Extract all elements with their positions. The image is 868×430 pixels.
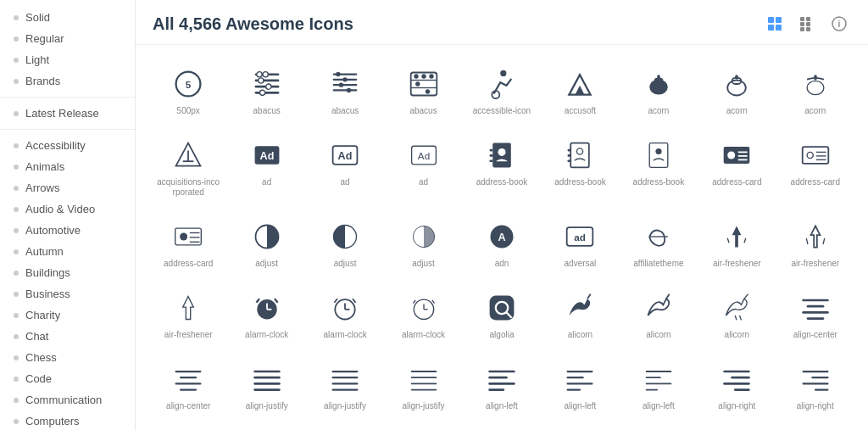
icon-cell-adjust2[interactable]: adjust xyxy=(309,211,381,276)
sidebar-item-animals[interactable]: Animals xyxy=(0,156,135,177)
sidebar-item-buildings[interactable]: Buildings xyxy=(0,262,135,283)
icon-cell-addressbook1[interactable]: address-book xyxy=(466,130,537,204)
icon-label: address-card xyxy=(791,177,840,187)
icon-cell-abacus3[interactable]: abacus xyxy=(387,59,459,123)
sidebar-item-regular[interactable]: Regular xyxy=(0,28,135,49)
icon-cell-ad3[interactable]: Ad ad xyxy=(387,130,459,204)
icon-cell-acorn3[interactable]: acorn xyxy=(780,59,851,123)
accessible-icon xyxy=(485,67,519,101)
svg-point-22 xyxy=(259,90,264,95)
icon-cell-acquisitions[interactable]: acquisitions-incorporated xyxy=(153,130,224,204)
svg-rect-63 xyxy=(490,154,493,157)
icon-cell-alignleft2[interactable]: align-left xyxy=(544,354,615,418)
icon-cell-alignleft1[interactable]: align-left xyxy=(466,354,537,418)
sidebar-item-chat[interactable]: Chat xyxy=(0,326,135,347)
icon-cell-amazon[interactable]: a amazon xyxy=(623,425,694,430)
sidebar-item-charity[interactable]: Charity xyxy=(0,304,135,326)
icon-cell-adjust1[interactable]: adjust xyxy=(231,211,302,276)
icon-cell-airfreshener2[interactable]: air-freshener xyxy=(780,211,851,276)
icon-cell-airfreshener1[interactable]: air-freshener xyxy=(701,211,772,276)
sidebar-item-computers[interactable]: Computers xyxy=(0,410,135,430)
svg-rect-62 xyxy=(490,149,493,152)
icon-label: address-book xyxy=(633,177,685,187)
icon-cell-acorn2[interactable]: acorn xyxy=(701,59,772,123)
icon-cell-ambulance[interactable]: ambulance xyxy=(780,425,851,430)
sidebar-item-code[interactable]: Code xyxy=(0,368,135,389)
icon-cell-alicorn1[interactable]: alicorn xyxy=(544,282,615,347)
svg-point-34 xyxy=(414,74,418,78)
icon-cell-alignright2[interactable]: align-right xyxy=(780,354,851,418)
icon-cell-aligncenter1[interactable]: align-center xyxy=(780,282,851,347)
icon-cell-algolia[interactable]: algolia xyxy=(466,282,537,347)
icon-cell-alicorn3[interactable]: alicorn xyxy=(701,282,772,347)
icon-cell-addresscard1[interactable]: address-card xyxy=(701,130,772,204)
icon-cell-addressbook3[interactable]: address-book xyxy=(623,130,694,204)
svg-point-30 xyxy=(347,88,351,92)
icon-cell-addresscard2[interactable]: address-card xyxy=(780,130,851,204)
svg-rect-4 xyxy=(800,17,804,21)
icon-cell-adn[interactable]: A adn xyxy=(466,211,537,276)
sidebar-item-latest-release[interactable]: Latest Release xyxy=(0,103,135,124)
sidebar-item-brands[interactable]: Brands xyxy=(0,70,135,92)
svg-rect-1 xyxy=(776,17,782,23)
svg-line-100 xyxy=(823,238,825,244)
sidebar-item-label: Chat xyxy=(25,330,48,343)
icon-cell-airfreshener3[interactable]: air-freshener xyxy=(153,282,224,347)
icon-cell-addressbook2[interactable]: address-book xyxy=(544,130,615,204)
svg-point-83 xyxy=(180,233,187,241)
icon-cell-alicorn2[interactable]: alicorn xyxy=(623,282,694,347)
svg-text:i: i xyxy=(838,20,841,29)
align-left2-icon xyxy=(563,362,597,396)
icon-cell-acorn1[interactable]: acorn xyxy=(623,59,694,123)
icon-cell-amazonpay[interactable]: pay amazon-pay xyxy=(701,425,772,430)
svg-rect-5 xyxy=(806,17,810,21)
sidebar-item-business[interactable]: Business xyxy=(0,283,135,304)
icon-cell-allergies2[interactable]: allergies xyxy=(466,425,537,430)
icon-cell-addresscard3[interactable]: address-card xyxy=(153,211,224,276)
svg-marker-95 xyxy=(732,226,742,247)
icon-cell-ad2[interactable]: Ad ad xyxy=(309,130,381,204)
sidebar-item-accessibility[interactable]: Accessibility xyxy=(0,135,135,156)
sidebar-item-automotive[interactable]: Automotive xyxy=(0,220,135,241)
sidebar-item-light[interactable]: Light xyxy=(0,49,135,70)
icon-cell-aligncenter2[interactable]: align-center xyxy=(153,354,224,418)
icon-cell-alignright3[interactable]: align-right xyxy=(153,425,224,430)
icon-cell-alarmclock2[interactable]: alarm-clock xyxy=(309,282,381,347)
icon-cell-alignjustify1[interactable]: align-justify xyxy=(231,354,302,418)
sidebar-item-chess[interactable]: Chess xyxy=(0,347,135,368)
icon-cell-abacus1[interactable]: abacus xyxy=(231,59,302,123)
icon-cell-alignjustify2[interactable]: align-justify xyxy=(309,354,381,418)
icon-cell-alarmclock1[interactable]: alarm-clock xyxy=(231,282,302,347)
icon-cell-adversal[interactable]: ad adversal xyxy=(544,211,615,276)
icon-cell-accusoft[interactable]: accusoft xyxy=(544,59,615,123)
icon-cell-500px[interactable]: 5 500px xyxy=(153,59,224,123)
acorn3-icon xyxy=(798,67,832,101)
svg-point-49 xyxy=(807,81,824,94)
icon-cell-alignright4[interactable]: align-right xyxy=(231,425,302,430)
sidebar-item-arrows[interactable]: Arrows xyxy=(0,177,135,198)
grid-view-button[interactable] xyxy=(763,12,787,36)
list-view-button[interactable] xyxy=(795,12,819,36)
icon-cell-adjust3[interactable]: adjust xyxy=(387,211,459,276)
icon-cell-allergies1[interactable]: allergies xyxy=(387,425,459,430)
svg-rect-77 xyxy=(802,147,828,164)
icon-cell-alarmclock3[interactable]: alarm-clock xyxy=(387,282,459,347)
icon-cell-allergies3[interactable]: allergies xyxy=(544,425,615,430)
align-center2-icon xyxy=(171,362,205,396)
icon-cell-alipay[interactable]: alipay xyxy=(309,425,381,430)
icon-cell-alignleft3[interactable]: align-left xyxy=(623,354,694,418)
icon-cell-alignjustify3[interactable]: align-justify xyxy=(387,354,459,418)
sidebar-item-communication[interactable]: Communication xyxy=(0,389,135,410)
sidebar-item-solid[interactable]: Solid xyxy=(0,7,135,28)
icon-cell-accessible[interactable]: accessible-icon xyxy=(466,59,537,123)
sidebar-item-audio-video[interactable]: Audio & Video xyxy=(0,198,135,220)
icon-cell-affiliatetheme[interactable]: affiliatetheme xyxy=(623,211,694,276)
icon-cell-abacus2[interactable]: abacus xyxy=(309,59,381,123)
icon-cell-ad1[interactable]: Ad ad xyxy=(231,130,302,204)
icon-cell-alignright1[interactable]: align-right xyxy=(701,354,772,418)
icon-label: acorn xyxy=(648,106,669,116)
info-button[interactable]: i xyxy=(827,12,851,36)
sidebar-item-label: Buildings xyxy=(25,266,70,279)
sidebar-item-autumn[interactable]: Autumn xyxy=(0,241,135,262)
svg-point-38 xyxy=(425,89,429,93)
